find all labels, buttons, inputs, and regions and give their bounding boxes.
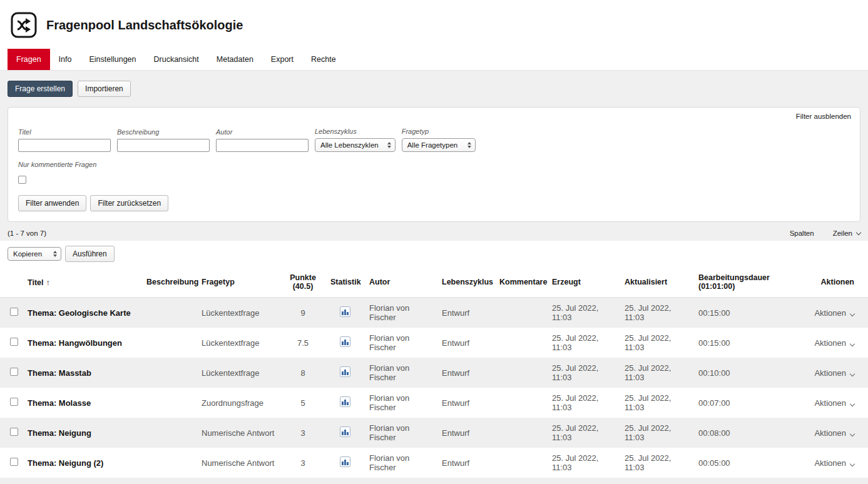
tab-druckansicht[interactable]: Druckansicht	[145, 49, 208, 70]
apply-filter-button[interactable]: Filter anwenden	[18, 195, 86, 211]
cell-comments	[494, 298, 547, 328]
column-header-duration[interactable]: Bearbeitungsdauer (01:01:00)	[693, 267, 805, 298]
filter-field-lebenszyklus: LebenszyklusAlle Lebenszyklen	[315, 128, 396, 152]
row-checkbox[interactable]	[10, 458, 18, 466]
commented-only-filter: Nur kommentierte Fragen	[18, 161, 850, 186]
filter-field-beschreibung: Beschreibung	[117, 128, 210, 152]
cell-duration: 00:07:00	[693, 388, 805, 418]
questions-table-block: Kopieren Ausführen Titel↑BeschreibungFra…	[0, 241, 868, 484]
question-title-link[interactable]: Thema: Hangwölbungen	[28, 338, 122, 348]
hide-filter-link[interactable]: Filter ausblenden	[796, 113, 851, 120]
column-header-statistic[interactable]: Statistik	[325, 267, 364, 298]
tab-rechte[interactable]: Rechte	[302, 49, 345, 70]
question-title-link[interactable]: Thema: Molasse	[28, 398, 91, 408]
column-header-comments[interactable]: Kommentare	[494, 267, 547, 298]
cell-updated: 25. Jul 2022, 11:03	[620, 478, 693, 484]
question-title-link[interactable]: Thema: Geologische Karte	[28, 308, 131, 318]
filter-panel: Filter ausblenden TitelBeschreibungAutor…	[8, 107, 860, 222]
columns-selector[interactable]: Spalten	[790, 229, 814, 237]
row-checkbox[interactable]	[10, 368, 18, 376]
cell-description	[141, 358, 197, 388]
commented-only-checkbox[interactable]	[18, 176, 26, 184]
cell-author: Florian von Fischer	[364, 298, 437, 328]
cell-comments	[494, 328, 547, 358]
filter-input-autor[interactable]	[216, 139, 309, 152]
cell-description	[141, 448, 197, 478]
cell-author: Daria Schmutz	[364, 478, 437, 484]
statistics-icon[interactable]	[340, 366, 350, 377]
filter-input-titel[interactable]	[18, 139, 111, 152]
row-actions-dropdown[interactable]: Aktionen	[814, 308, 854, 318]
filter-label-autor: Autor	[216, 128, 309, 136]
tab-export[interactable]: Export	[262, 49, 302, 70]
question-title-link[interactable]: Thema: Masstab	[28, 368, 91, 378]
cell-lifecycle: Entwurf	[437, 418, 494, 448]
import-button[interactable]: Importieren	[78, 81, 131, 97]
filter-label-titel: Titel	[18, 128, 111, 136]
page-title: Fragenpool Landschaftsökologie	[46, 18, 243, 33]
cell-duration: 00:15:00	[693, 298, 805, 328]
rows-selector[interactable]: Zeilen	[833, 229, 860, 237]
cell-description	[141, 328, 197, 358]
cell-lifecycle: Entwurf	[437, 448, 494, 478]
column-header-points[interactable]: Punkte (40.5)	[280, 267, 325, 298]
reset-filter-button[interactable]: Filter zurücksetzen	[90, 195, 168, 211]
chevron-down-icon	[850, 401, 855, 406]
column-header-updated[interactable]: Aktualisiert	[620, 267, 693, 298]
create-question-button[interactable]: Frage erstellen	[8, 81, 73, 97]
statistics-icon[interactable]	[340, 336, 350, 347]
column-header-type[interactable]: Fragetyp	[197, 267, 280, 298]
tab-metadaten[interactable]: Metadaten	[208, 49, 262, 70]
statistics-icon[interactable]	[340, 426, 350, 437]
cell-type: Lückentextfrage	[197, 358, 280, 388]
row-checkbox[interactable]	[10, 308, 18, 316]
question-title-link[interactable]: Thema: Neigung	[28, 428, 91, 438]
filter-fields: TitelBeschreibungAutorLebenszyklusAlle L…	[18, 128, 850, 152]
table-row: Thema: Geologische KarteLückentextfrage9…	[0, 298, 868, 328]
column-header-lifecycle[interactable]: Lebenszyklus	[437, 267, 494, 298]
filter-input-beschreibung[interactable]	[117, 139, 210, 152]
table-row: Thema: MolasseZuordnungsfrage5Florian vo…	[0, 388, 868, 418]
row-actions-dropdown[interactable]: Aktionen	[814, 368, 854, 378]
column-header-created[interactable]: Erzeugt	[547, 267, 620, 298]
cell-points: 8	[280, 358, 325, 388]
cell-lifecycle: Entwurf	[437, 298, 494, 328]
column-header-actions[interactable]: Aktionen	[805, 267, 868, 298]
column-header-description[interactable]: Beschreibung	[141, 267, 197, 298]
cell-points: 3	[280, 418, 325, 448]
top-toolbar: Frage erstellen Importieren	[8, 81, 860, 97]
table-header-row: Titel↑BeschreibungFragetypPunkte (40.5)S…	[0, 267, 868, 298]
sort-ascending-icon: ↑	[46, 278, 50, 287]
row-actions-dropdown[interactable]: Aktionen	[814, 428, 854, 438]
filter-field-titel: Titel	[18, 128, 111, 152]
column-header-author[interactable]: Autor	[364, 267, 437, 298]
execute-button-top[interactable]: Ausführen	[65, 246, 115, 262]
tab-fragen[interactable]: Fragen	[8, 49, 50, 70]
filter-select-fragetyp[interactable]: Alle Fragetypen	[402, 138, 476, 152]
cell-updated: 25. Jul 2022, 11:03	[620, 388, 693, 418]
cell-comments	[494, 478, 547, 484]
cell-updated: 25. Jul 2022, 11:03	[620, 358, 693, 388]
question-title-link[interactable]: Thema: Neigung (2)	[28, 458, 103, 468]
statistics-icon[interactable]	[340, 306, 350, 317]
cell-type: Numerische Antwort	[197, 448, 280, 478]
row-checkbox[interactable]	[10, 428, 18, 436]
row-actions-dropdown[interactable]: Aktionen	[814, 338, 854, 348]
tab-einstellungen[interactable]: Einstellungen	[80, 49, 145, 70]
cell-lifecycle: Entwurf	[437, 388, 494, 418]
cell-created: 25. Jul 2022, 11:03	[547, 358, 620, 388]
statistics-icon[interactable]	[340, 456, 350, 467]
cell-created: 25. Jul 2022, 11:03	[547, 328, 620, 358]
row-actions-dropdown[interactable]: Aktionen	[814, 398, 854, 408]
column-header-title[interactable]: Titel↑	[23, 267, 141, 298]
tab-info[interactable]: Info	[50, 49, 81, 70]
filter-select-lebenszyklus[interactable]: Alle Lebenszyklen	[315, 138, 396, 152]
row-checkbox[interactable]	[10, 338, 18, 346]
filter-buttons: Filter anwenden Filter zurücksetzen	[18, 195, 850, 211]
row-actions-dropdown[interactable]: Aktionen	[814, 458, 854, 468]
row-checkbox[interactable]	[10, 398, 18, 406]
statistics-icon[interactable]	[340, 396, 350, 407]
cell-type: Numerische Antwort	[197, 418, 280, 448]
table-row: Thema: NeigungNumerische Antwort3Florian…	[0, 418, 868, 448]
bulk-action-select-top[interactable]: Kopieren	[8, 247, 61, 261]
